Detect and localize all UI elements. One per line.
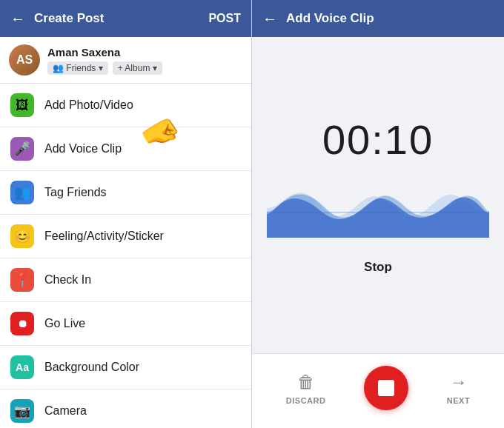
tag-friends-label: Tag Friends	[44, 186, 107, 199]
voice-controls: 🗑 DISCARD → NEXT	[252, 353, 504, 428]
menu-item-add-photo[interactable]: 🖼 Add Photo/Video	[0, 84, 251, 127]
next-icon: →	[449, 372, 467, 392]
camera-icon: 📷	[10, 399, 34, 423]
add-voice-clip-panel: ← Add Voice Clip 00:10 Stop 🗑 DISCARD	[252, 0, 504, 428]
right-header: ← Add Voice Clip	[252, 0, 504, 37]
menu-item-feeling[interactable]: 😊 Feeling/Activity/Sticker	[0, 215, 251, 258]
next-button[interactable]: → NEXT	[447, 372, 470, 405]
camera-label: Camera	[44, 404, 87, 418]
go-live-icon: ⏺	[10, 312, 34, 335]
feeling-label: Feeling/Activity/Sticker	[44, 230, 164, 243]
add-photo-label: Add Photo/Video	[44, 98, 133, 112]
create-post-title: Create Post	[34, 11, 199, 26]
bg-color-label: Background Color	[44, 361, 139, 374]
add-voice-title: Add Voice Clip	[286, 11, 374, 26]
check-in-icon: 📍	[10, 268, 34, 292]
waveform-visualization	[267, 178, 489, 238]
next-label: NEXT	[447, 396, 470, 405]
stop-square-icon	[378, 380, 394, 396]
tag-friends-icon: 👥	[10, 181, 34, 204]
add-photo-icon: 🖼	[10, 93, 34, 117]
menu-item-bg-color[interactable]: Aa Background Color	[0, 346, 251, 389]
voice-back-icon[interactable]: ←	[262, 10, 277, 27]
user-name: Aman Saxena	[47, 46, 162, 58]
stop-button[interactable]	[364, 366, 408, 410]
discard-label: DISCARD	[286, 396, 326, 405]
user-badges: 👥 Friends ▾ + Album ▾	[47, 61, 162, 75]
menu-list: 🖼 Add Photo/Video 🎤 Add Voice Clip 👥 Tag…	[0, 84, 251, 428]
go-live-label: Go Live	[44, 317, 85, 330]
friends-badge[interactable]: 👥 Friends ▾	[47, 61, 108, 75]
discard-icon: 🗑	[297, 372, 315, 392]
user-info: Aman Saxena 👥 Friends ▾ + Album ▾	[47, 46, 162, 75]
album-badge[interactable]: + Album ▾	[113, 61, 162, 75]
post-button[interactable]: POST	[208, 12, 241, 25]
menu-item-camera[interactable]: 📷 Camera	[0, 389, 251, 428]
create-post-panel: ← Create Post POST AS Aman Saxena 👥 Frie…	[0, 0, 252, 428]
discard-button[interactable]: 🗑 DISCARD	[286, 372, 326, 405]
add-voice-label: Add Voice Clip	[44, 142, 122, 156]
timer-display: 00:10	[322, 116, 434, 164]
feeling-icon: 😊	[10, 224, 34, 248]
bg-color-icon: Aa	[10, 355, 34, 379]
voice-content: 00:10 Stop	[252, 37, 504, 353]
menu-item-go-live[interactable]: ⏺ Go Live	[0, 302, 251, 346]
menu-item-tag-friends[interactable]: 👥 Tag Friends	[0, 171, 251, 215]
menu-item-check-in[interactable]: 📍 Check In	[0, 258, 251, 302]
back-icon[interactable]: ←	[10, 10, 25, 27]
add-voice-icon: 🎤	[10, 137, 34, 161]
avatar: AS	[9, 44, 40, 76]
menu-item-add-voice[interactable]: 🎤 Add Voice Clip	[0, 127, 251, 171]
check-in-label: Check In	[44, 273, 91, 287]
stop-label: Stop	[364, 260, 392, 275]
left-header: ← Create Post POST	[0, 0, 251, 37]
user-row: AS Aman Saxena 👥 Friends ▾ + Album ▾	[0, 37, 251, 84]
